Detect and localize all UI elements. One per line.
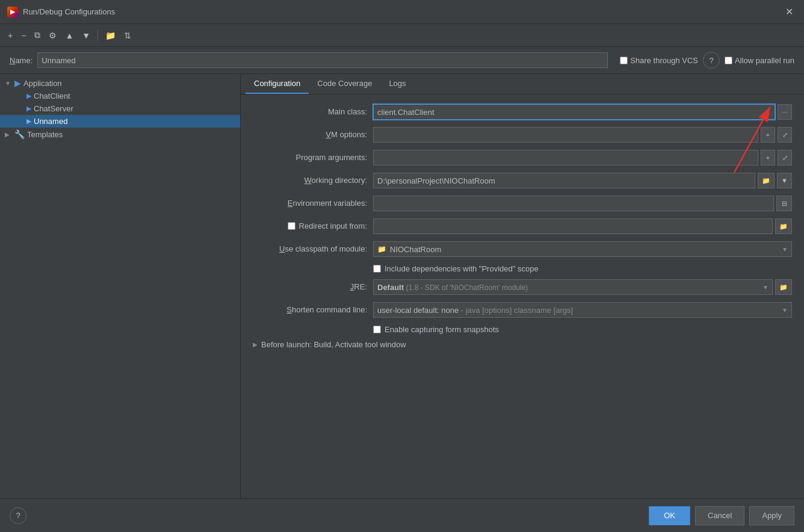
args-expand-button[interactable]: + [761,150,775,165]
working-dir-input[interactable] [373,173,755,188]
main-class-input[interactable] [373,104,775,120]
window-title: Run/Debug Configurations [23,7,782,16]
ok-button[interactable]: OK [649,506,690,525]
config-panel: Main class: ··· VM options: + ⤢ [241,94,804,498]
sidebar-label-chatclient: ChatClient [34,91,70,101]
right-panel: Configuration Code Coverage Logs [241,74,804,498]
shorten-cmdline-dropdown[interactable]: user-local default: none - java [options… [373,302,792,318]
toolbar-separator [97,29,98,42]
allow-parallel-checkbox[interactable] [725,57,732,64]
sidebar-item-application[interactable]: ▼ ▶ Application [0,76,240,90]
program-args-row: Program arguments: + ⤢ [253,150,792,167]
program-args-label: Program arguments: [253,150,373,162]
settings-button[interactable]: ⚙ [46,29,60,42]
help-button[interactable]: ? [10,507,26,524]
toolbar: + − ⧉ ⚙ ▲ ▼ 📁 ⇅ [0,24,804,47]
main-class-control: ··· [373,104,792,120]
redirect-input-row: Redirect input from: 📁 [253,218,792,235]
folder-button[interactable]: 📁 [102,29,119,42]
name-row: Name: Share through VCS ? Allow parallel… [0,47,804,74]
vm-options-input[interactable] [373,127,758,143]
jre-detail: (1.8 - SDK of 'NIOChatRoom' module) [406,283,528,292]
main-class-browse-button[interactable]: ··· [778,104,792,120]
shorten-cmdline-control: user-local default: none - java [options… [373,302,792,318]
env-vars-label: Environment variables: [253,196,373,208]
tab-logs[interactable]: Logs [380,74,414,94]
chatclient-icon: ▶ [26,92,31,100]
apply-button[interactable]: Apply [749,506,794,525]
down-button[interactable]: ▼ [79,29,93,42]
tabs-bar: Configuration Code Coverage Logs [241,74,804,94]
main-content: ▼ ▶ Application ▶ ChatClient ▶ ChatServe… [0,74,804,498]
shorten-cmdline-arrow-icon: ▼ [782,307,788,314]
unnamed-icon: ▶ [26,117,31,125]
add-button[interactable]: + [5,29,16,42]
shorten-cmdline-detail: - java [options] classname [args] [461,306,573,315]
share-area: Share through VCS ? Allow parallel run [620,52,794,69]
share-vcs-checkbox[interactable] [620,57,628,64]
tab-code-coverage[interactable]: Code Coverage [309,74,380,94]
shorten-cmdline-label: Shorten command line: [253,302,373,314]
application-icon: ▶ [14,78,21,88]
main-class-row: Main class: ··· [253,104,792,121]
sidebar-item-unnamed[interactable]: ▶ Unnamed [0,115,240,128]
sidebar-item-templates[interactable]: ▶ 🔧 Templates [0,128,240,141]
shorten-cmdline-row: Shorten command line: user-local default… [253,302,792,319]
footer: ? OK Cancel Apply [0,498,804,532]
remove-button[interactable]: − [18,29,29,42]
env-vars-control: ⊟ [373,196,792,211]
sidebar-item-chatserver[interactable]: ▶ ChatServer [0,102,240,115]
capturing-snapshots-row: Enable capturing form snapshots [253,325,792,334]
title-bar: ▶ Run/Debug Configurations ✕ [0,0,804,24]
sort-button[interactable]: ⇅ [121,29,134,42]
classpath-arrow-icon: ▼ [782,246,788,253]
sidebar-item-chatclient[interactable]: ▶ ChatClient [0,90,240,102]
redirect-browse-button[interactable]: 📁 [775,218,792,234]
capturing-snapshots-checkbox[interactable] [373,326,381,333]
redirect-input-checkbox[interactable] [288,222,295,230]
include-dependencies-label: Include dependencies with "Provided" sco… [385,264,539,273]
redirect-input-label: Redirect input from: [253,218,373,230]
before-launch-section[interactable]: ▶ Before launch: Build, Activate tool wi… [253,340,792,349]
env-vars-input[interactable] [373,196,774,211]
sidebar-label-templates: Templates [27,130,63,139]
copy-button[interactable]: ⧉ [31,28,43,42]
args-fullscreen-button[interactable]: ⤢ [778,150,792,165]
share-help-button[interactable]: ? [703,52,720,69]
shorten-cmdline-value: user-local default: none [377,306,459,315]
close-button[interactable]: ✕ [782,5,797,19]
jre-browse-button[interactable]: 📁 [775,279,792,295]
classpath-label: Use classpath of module: [253,241,373,253]
main-class-label: Main class: [253,104,373,116]
working-dir-arrow-button[interactable]: ▼ [777,173,792,188]
env-vars-edit-button[interactable]: ⊟ [776,196,792,211]
sidebar-label-chatserver: ChatServer [34,104,73,113]
sidebar-label-application: Application [23,79,62,88]
vm-expand-button[interactable]: + [761,127,775,143]
vm-fullscreen-button[interactable]: ⤢ [778,127,792,143]
app-icon: ▶ [7,7,18,17]
templates-icon: 🔧 [14,129,25,139]
env-vars-row: Environment variables: ⊟ [253,196,792,212]
share-vcs-label[interactable]: Share through VCS [620,56,698,65]
classpath-dropdown[interactable]: 📁 NIOChatRoom ▼ [373,241,792,257]
working-dir-browse-button[interactable]: 📁 [758,173,775,188]
program-args-control: + ⤢ [373,150,792,165]
include-dependencies-checkbox[interactable] [373,265,381,273]
name-input[interactable] [37,52,608,68]
tab-configuration[interactable]: Configuration [246,74,309,94]
classpath-control: 📁 NIOChatRoom ▼ [373,241,792,257]
cancel-button[interactable]: Cancel [695,506,744,525]
working-dir-row: Working directory: 📁 ▼ [253,173,792,190]
before-launch-arrow-icon: ▶ [253,341,258,348]
up-button[interactable]: ▲ [62,29,76,42]
working-dir-label: Working directory: [253,173,373,185]
redirect-input-file[interactable] [373,218,773,234]
program-args-input[interactable] [373,150,758,165]
sidebar-label-unnamed: Unnamed [34,117,67,126]
jre-dropdown[interactable]: Default (1.8 - SDK of 'NIOChatRoom' modu… [373,279,773,295]
jre-label: JRE: [253,279,373,291]
allow-parallel-label[interactable]: Allow parallel run [725,56,794,65]
before-launch-text: Before launch: Build, Activate tool wind… [261,340,406,349]
expand-arrow-application: ▼ [5,80,12,87]
